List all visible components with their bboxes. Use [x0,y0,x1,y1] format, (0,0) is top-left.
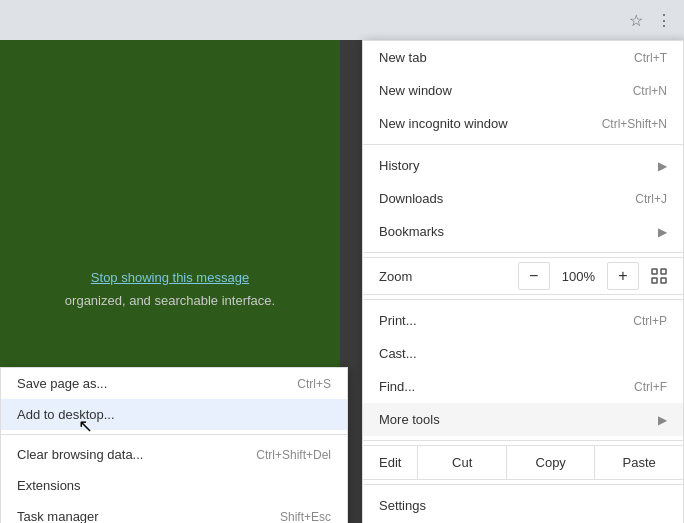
task-manager-label: Task manager [17,509,240,523]
menu-item-downloads[interactable]: Downloads Ctrl+J [363,182,683,215]
chrome-menu-divider-1 [363,144,683,145]
menu-icon[interactable]: ⋮ [652,8,676,32]
bookmarks-arrow: ▶ [658,225,667,239]
cut-button[interactable]: Cut [417,446,506,479]
context-menu-item-save[interactable]: Save page as... Ctrl+S [1,368,347,399]
zoom-row: Zoom − 100% + [363,257,683,295]
svg-rect-3 [661,278,666,283]
task-manager-shortcut: Shift+Esc [280,510,331,524]
clear-data-label: Clear browsing data... [17,447,216,462]
page-body-text: organized, and searchable interface. [0,293,340,308]
zoom-fullscreen-button[interactable] [643,262,675,290]
menu-item-new-window[interactable]: New window Ctrl+N [363,74,683,107]
history-arrow: ▶ [658,159,667,173]
chrome-menu-divider-3 [363,299,683,300]
browser-chrome: ☆ ⋮ [0,0,684,40]
context-menu-divider-1 [1,434,347,435]
context-menu: Save page as... Ctrl+S Add to desktop...… [0,367,348,523]
save-page-shortcut: Ctrl+S [297,377,331,391]
more-tools-label: More tools [379,412,650,427]
new-incognito-shortcut: Ctrl+Shift+N [602,117,667,131]
edit-label: Edit [363,447,417,478]
downloads-shortcut: Ctrl+J [635,192,667,206]
downloads-label: Downloads [379,191,635,206]
zoom-label: Zoom [371,264,518,289]
menu-item-history[interactable]: History ▶ [363,149,683,182]
zoom-plus-button[interactable]: + [607,262,639,290]
save-page-label: Save page as... [17,376,257,391]
zoom-percent: 100% [550,269,607,284]
svg-rect-2 [652,278,657,283]
menu-item-find[interactable]: Find... Ctrl+F [363,370,683,403]
page-message: Stop showing this message organized, and… [0,270,340,308]
svg-rect-0 [652,269,657,274]
edit-row: Edit Cut Copy Paste [363,445,683,480]
menu-item-new-incognito[interactable]: New incognito window Ctrl+Shift+N [363,107,683,140]
menu-item-bookmarks[interactable]: Bookmarks ▶ [363,215,683,248]
chrome-menu-divider-2 [363,252,683,253]
more-tools-arrow: ▶ [658,413,667,427]
extensions-label: Extensions [17,478,331,493]
menu-item-more-tools[interactable]: More tools ▶ [363,403,683,436]
add-desktop-label: Add to desktop... [17,407,291,422]
menu-item-settings[interactable]: Settings [363,489,683,522]
new-tab-label: New tab [379,50,634,65]
bookmarks-label: Bookmarks [379,224,650,239]
print-shortcut: Ctrl+P [633,314,667,328]
context-menu-item-extensions[interactable]: Extensions [1,470,347,501]
find-shortcut: Ctrl+F [634,380,667,394]
new-incognito-label: New incognito window [379,116,602,131]
new-tab-shortcut: Ctrl+T [634,51,667,65]
zoom-minus-button[interactable]: − [518,262,550,290]
menu-item-new-tab[interactable]: New tab Ctrl+T [363,41,683,74]
copy-button[interactable]: Copy [506,446,595,479]
menu-item-print[interactable]: Print... Ctrl+P [363,304,683,337]
stop-showing-link[interactable]: Stop showing this message [91,270,249,285]
chrome-menu-divider-4 [363,440,683,441]
paste-button[interactable]: Paste [594,446,683,479]
new-window-shortcut: Ctrl+N [633,84,667,98]
chrome-menu: New tab Ctrl+T New window Ctrl+N New inc… [362,40,684,523]
context-menu-item-clear[interactable]: Clear browsing data... Ctrl+Shift+Del [1,439,347,470]
clear-data-shortcut: Ctrl+Shift+Del [256,448,331,462]
cast-label: Cast... [379,346,667,361]
history-label: History [379,158,650,173]
chrome-menu-divider-5 [363,484,683,485]
svg-rect-1 [661,269,666,274]
find-label: Find... [379,379,634,394]
star-icon[interactable]: ☆ [624,8,648,32]
context-menu-item-task-manager[interactable]: Task manager Shift+Esc [1,501,347,523]
settings-label: Settings [379,498,667,513]
menu-item-cast[interactable]: Cast... [363,337,683,370]
context-menu-item-add-desktop[interactable]: Add to desktop... [1,399,347,430]
print-label: Print... [379,313,633,328]
new-window-label: New window [379,83,633,98]
